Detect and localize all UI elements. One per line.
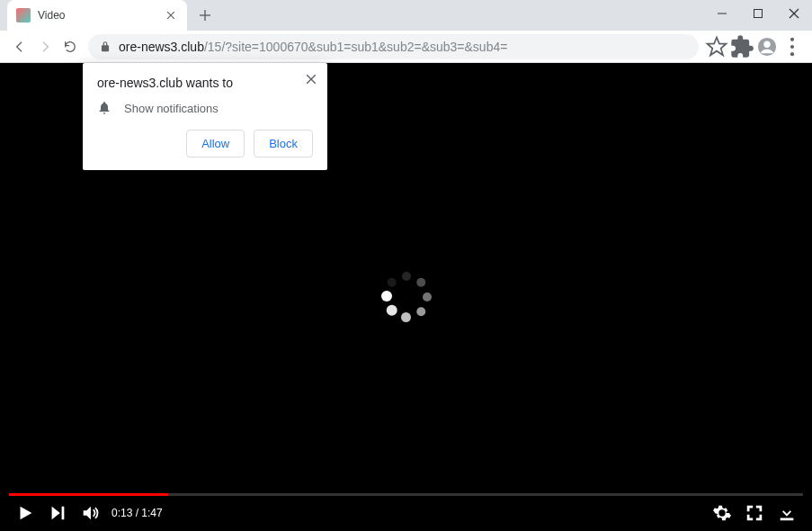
reload-button[interactable] (58, 34, 83, 59)
loading-spinner-icon (381, 272, 432, 322)
video-controls: 0:13 / 1:47 (0, 495, 812, 531)
svg-point-12 (790, 52, 794, 56)
minimize-button[interactable] (704, 0, 740, 27)
svg-point-10 (790, 37, 794, 40)
dialog-prompt: ore-news3.club wants to (97, 76, 313, 90)
new-tab-button[interactable] (192, 3, 218, 28)
back-button[interactable] (7, 34, 32, 59)
progress-bar[interactable] (9, 493, 803, 496)
progress-fill (9, 493, 168, 496)
play-button[interactable] (9, 497, 41, 529)
svg-rect-1 (754, 10, 763, 18)
url-text: ore-news3.club/15/?site=1000670&sub1=sub… (119, 40, 688, 54)
window-controls (704, 0, 812, 27)
permission-label: Show notifications (124, 102, 219, 115)
tab-bar: Video (0, 0, 812, 31)
menu-button[interactable] (780, 34, 805, 59)
close-window-button[interactable] (776, 0, 812, 27)
close-dialog-button[interactable] (302, 70, 320, 88)
browser-tab[interactable]: Video (7, 0, 187, 31)
address-input[interactable]: ore-news3.club/15/?site=1000670&sub1=sub… (88, 34, 699, 59)
time-display: 0:13 / 1:47 (112, 507, 163, 519)
volume-button[interactable] (74, 497, 106, 529)
close-tab-button[interactable] (164, 8, 178, 22)
svg-point-11 (790, 44, 794, 48)
download-button[interactable] (771, 497, 803, 529)
settings-button[interactable] (706, 497, 738, 529)
profile-button[interactable] (754, 34, 780, 59)
favicon-icon (16, 8, 31, 22)
bookmark-button[interactable] (704, 34, 729, 59)
block-button[interactable]: Block (254, 130, 313, 158)
notification-permission-dialog: ore-news3.club wants to Show notificatio… (83, 63, 327, 170)
svg-point-9 (763, 40, 770, 47)
next-button[interactable] (41, 497, 74, 529)
allow-button[interactable]: Allow (186, 130, 245, 158)
tab-title: Video (38, 9, 164, 22)
fullscreen-button[interactable] (738, 497, 771, 529)
extensions-button[interactable] (729, 34, 754, 59)
address-bar: ore-news3.club/15/?site=1000670&sub1=sub… (0, 31, 812, 63)
forward-button[interactable] (32, 34, 58, 59)
lock-icon (99, 40, 112, 53)
bell-icon (97, 101, 112, 115)
maximize-button[interactable] (740, 0, 776, 27)
